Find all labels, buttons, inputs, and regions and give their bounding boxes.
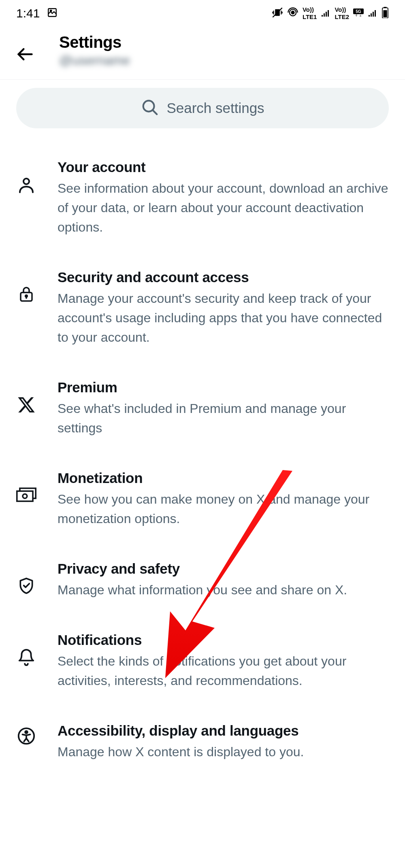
svg-rect-8 bbox=[328, 10, 329, 17]
screenshot-icon bbox=[47, 7, 58, 19]
status-time: 1:41 bbox=[16, 6, 40, 20]
lte2-label: Vo))LTE2 bbox=[335, 6, 349, 21]
settings-texts: Accessibility, display and languages Man… bbox=[58, 723, 389, 762]
fiveg-icon: 5G bbox=[353, 9, 364, 18]
header: Settings @username bbox=[0, 25, 405, 80]
settings-texts: Privacy and safety Manage what informati… bbox=[58, 561, 389, 600]
search-container: Search settings bbox=[0, 80, 405, 143]
shield-check-icon bbox=[16, 577, 36, 595]
settings-item-monetization[interactable]: Monetization See how you can make money … bbox=[0, 454, 405, 545]
svg-rect-5 bbox=[322, 15, 323, 17]
person-icon bbox=[16, 175, 36, 195]
settings-texts: Security and account access Manage your … bbox=[58, 269, 389, 347]
settings-desc: See information about your account, down… bbox=[58, 179, 389, 237]
settings-texts: Monetization See how you can make money … bbox=[58, 470, 389, 528]
settings-item-notifications[interactable]: Notifications Select the kinds of notifi… bbox=[0, 616, 405, 706]
x-icon bbox=[16, 396, 36, 414]
svg-point-26 bbox=[23, 494, 27, 498]
settings-title: Security and account access bbox=[58, 269, 389, 285]
settings-item-privacy[interactable]: Privacy and safety Manage what informati… bbox=[0, 545, 405, 616]
svg-text:5G: 5G bbox=[356, 9, 361, 14]
svg-rect-11 bbox=[369, 15, 370, 17]
settings-desc: See how you can make money on X and mana… bbox=[58, 489, 389, 528]
status-left: 1:41 bbox=[16, 6, 58, 20]
page-title: Settings bbox=[59, 33, 130, 51]
svg-rect-13 bbox=[373, 12, 374, 17]
svg-rect-17 bbox=[383, 10, 387, 17]
settings-texts: Premium See what's included in Premium a… bbox=[58, 379, 389, 438]
settings-texts: Notifications Select the kinds of notifi… bbox=[58, 632, 389, 690]
settings-texts: Your account See information about your … bbox=[58, 159, 389, 237]
settings-item-security[interactable]: Security and account access Manage your … bbox=[0, 253, 405, 363]
settings-desc: Manage your account's security and keep … bbox=[58, 289, 389, 347]
search-placeholder: Search settings bbox=[166, 100, 264, 116]
battery-icon bbox=[382, 7, 389, 20]
svg-rect-7 bbox=[326, 12, 327, 17]
lte1-label: Vo))LTE1 bbox=[303, 6, 317, 21]
settings-title: Monetization bbox=[58, 470, 389, 486]
money-icon bbox=[16, 486, 36, 503]
settings-title: Premium bbox=[58, 379, 389, 396]
settings-item-premium[interactable]: Premium See what's included in Premium a… bbox=[0, 363, 405, 454]
search-icon bbox=[141, 98, 159, 118]
settings-title: Notifications bbox=[58, 632, 389, 648]
status-bar: 1:41 Vo))LTE1 bbox=[0, 0, 405, 25]
settings-desc: Select the kinds of notifications you ge… bbox=[58, 651, 389, 690]
page-subtitle: @username bbox=[59, 53, 130, 68]
settings-desc: Manage how X content is displayed to you… bbox=[58, 742, 389, 762]
settings-desc: Manage what information you see and shar… bbox=[58, 580, 389, 600]
settings-title: Privacy and safety bbox=[58, 561, 389, 577]
status-right: Vo))LTE1 Vo))LTE2 5G bbox=[272, 6, 389, 21]
svg-rect-12 bbox=[371, 13, 372, 17]
svg-rect-25 bbox=[17, 491, 33, 501]
settings-title: Accessibility, display and languages bbox=[58, 723, 389, 739]
settings-item-accessibility[interactable]: Accessibility, display and languages Man… bbox=[0, 706, 405, 778]
vibrate-icon bbox=[272, 7, 283, 20]
accessibility-icon bbox=[16, 727, 36, 745]
settings-item-account[interactable]: Your account See information about your … bbox=[0, 143, 405, 253]
signal1-icon bbox=[321, 8, 330, 19]
signal2-icon bbox=[368, 8, 377, 19]
hotspot-icon bbox=[287, 7, 298, 20]
search-input[interactable]: Search settings bbox=[16, 88, 389, 128]
lock-icon bbox=[16, 285, 36, 302]
svg-point-4 bbox=[291, 11, 294, 14]
svg-line-20 bbox=[153, 110, 157, 114]
svg-point-21 bbox=[23, 179, 29, 184]
settings-desc: See what's included in Premium and manag… bbox=[58, 399, 389, 438]
svg-point-1 bbox=[51, 10, 52, 11]
svg-rect-6 bbox=[324, 13, 325, 17]
settings-list: Your account See information about your … bbox=[0, 143, 405, 778]
back-button[interactable] bbox=[16, 45, 34, 65]
bell-icon bbox=[16, 648, 36, 667]
header-texts: Settings @username bbox=[59, 33, 130, 68]
svg-rect-14 bbox=[375, 10, 376, 17]
svg-point-28 bbox=[25, 731, 28, 734]
settings-title: Your account bbox=[58, 159, 389, 175]
